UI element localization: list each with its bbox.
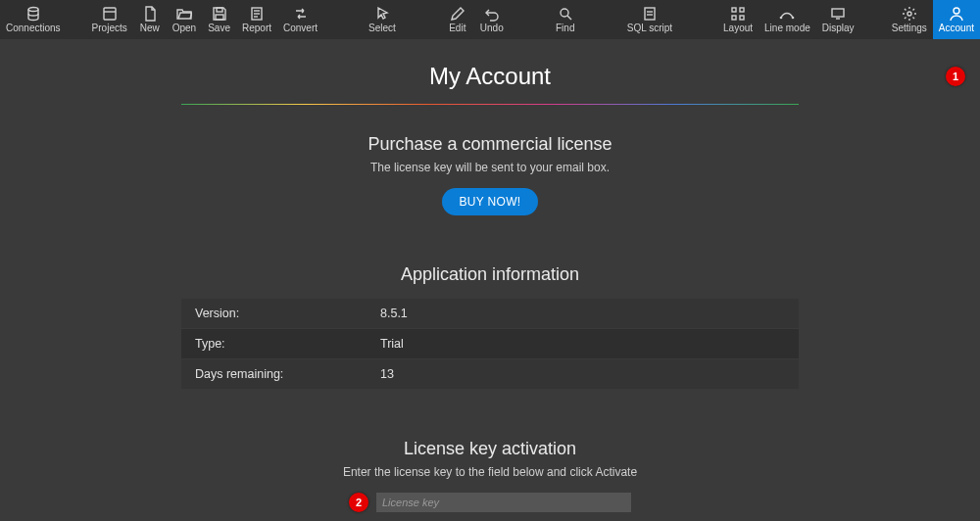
page-area: 1 My Account Purchase a commercial licen… — [0, 39, 980, 521]
buy-button[interactable]: BUY NOW! — [442, 188, 539, 215]
svg-line-10 — [567, 16, 571, 20]
svg-rect-20 — [832, 9, 844, 17]
select-label: Select — [368, 24, 396, 33]
projects-icon — [102, 6, 118, 22]
row-key: Days remaining: — [181, 359, 367, 389]
svg-point-23 — [954, 8, 959, 14]
convert-icon — [293, 6, 309, 22]
content: My Account Purchase a commercial license… — [181, 39, 799, 521]
svg-point-19 — [792, 17, 795, 20]
svg-rect-17 — [740, 16, 744, 20]
undo-icon — [484, 6, 500, 22]
edit-button[interactable]: Edit — [441, 0, 474, 39]
display-label: Display — [822, 24, 855, 33]
save-label: Save — [208, 24, 230, 33]
license-key-input[interactable] — [376, 493, 631, 512]
row-val: Trial — [367, 329, 799, 358]
sql-button[interactable]: SQL script — [621, 0, 678, 39]
settings-button[interactable]: Settings — [886, 0, 933, 39]
svg-point-18 — [780, 17, 783, 20]
display-icon — [830, 6, 846, 22]
svg-rect-15 — [740, 8, 744, 12]
row-val: 13 — [367, 359, 799, 389]
report-label: Report — [242, 24, 271, 33]
folder-open-icon — [176, 6, 192, 22]
divider — [181, 104, 799, 105]
layout-icon — [730, 6, 746, 22]
settings-label: Settings — [892, 24, 927, 33]
open-label: Open — [172, 24, 196, 33]
row-key: Version: — [181, 299, 367, 328]
script-icon — [642, 6, 658, 22]
appinfo-heading: Application information — [181, 264, 799, 285]
sql-label: SQL script — [627, 24, 672, 33]
svg-rect-3 — [217, 8, 222, 12]
undo-label: Undo — [480, 24, 504, 33]
find-label: Find — [556, 24, 574, 33]
layout-label: Layout — [723, 24, 753, 33]
row-val: 8.5.1 — [367, 299, 799, 328]
projects-button[interactable]: Projects — [86, 0, 133, 39]
callout-2: 2 — [349, 493, 368, 512]
convert-button[interactable]: Convert — [277, 0, 323, 39]
purchase-note: The license key will be sent to your ema… — [181, 161, 799, 174]
row-key: Type: — [181, 329, 367, 358]
page-title: My Account — [181, 63, 799, 90]
license-note: Enter the license key to the field below… — [181, 465, 799, 479]
callout-1: 1 — [946, 67, 965, 86]
svg-rect-4 — [216, 15, 223, 20]
pointer-icon — [374, 6, 390, 22]
svg-rect-16 — [732, 16, 736, 20]
pencil-icon — [450, 6, 466, 22]
undo-button[interactable]: Undo — [474, 0, 510, 39]
gear-icon — [902, 6, 917, 22]
license-heading: License key activation — [181, 439, 799, 459]
layout-button[interactable]: Layout — [717, 0, 759, 39]
toolbar: Connections Projects New Open Sav — [0, 0, 980, 39]
report-icon — [249, 6, 265, 22]
save-button[interactable]: Save — [202, 0, 236, 39]
user-icon — [949, 6, 964, 22]
report-button[interactable]: Report — [236, 0, 277, 39]
database-icon — [25, 6, 41, 22]
table-row: Type: Trial — [181, 329, 799, 359]
account-label: Account — [939, 24, 974, 33]
table-row: Version: 8.5.1 — [181, 299, 799, 329]
svg-point-0 — [28, 8, 38, 12]
display-button[interactable]: Display — [816, 0, 860, 39]
svg-point-9 — [561, 9, 568, 17]
linemode-label: Line mode — [764, 24, 810, 33]
file-icon — [142, 6, 158, 22]
svg-point-22 — [907, 12, 911, 16]
convert-label: Convert — [283, 24, 318, 33]
find-button[interactable]: Find — [549, 0, 582, 39]
open-button[interactable]: Open — [167, 0, 202, 39]
purchase-heading: Purchase a commercial license — [181, 134, 799, 155]
projects-label: Projects — [92, 24, 127, 33]
new-button[interactable]: New — [133, 0, 167, 39]
edit-label: Edit — [449, 24, 466, 33]
svg-rect-1 — [104, 8, 116, 20]
appinfo-table: Version: 8.5.1 Type: Trial Days remainin… — [181, 299, 799, 390]
account-button[interactable]: Account — [933, 0, 980, 39]
select-button[interactable]: Select — [363, 0, 402, 39]
svg-rect-11 — [645, 8, 655, 20]
linemode-button[interactable]: Line mode — [759, 0, 816, 39]
svg-rect-14 — [732, 8, 736, 12]
save-icon — [212, 6, 227, 22]
linemode-icon — [779, 6, 795, 22]
new-label: New — [140, 24, 160, 33]
table-row: Days remaining: 13 — [181, 359, 799, 390]
connections-button[interactable]: Connections — [0, 0, 67, 39]
connections-label: Connections — [6, 24, 61, 33]
search-icon — [558, 6, 573, 22]
